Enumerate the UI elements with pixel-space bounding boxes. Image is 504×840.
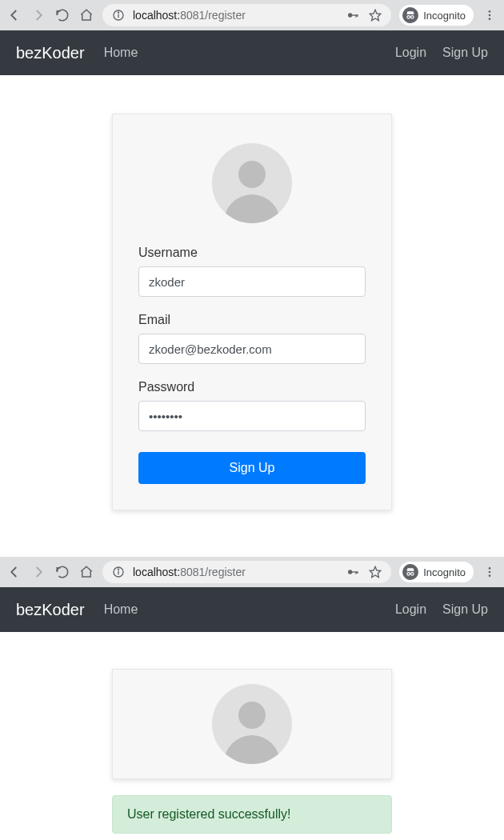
svg-point-8	[407, 16, 410, 18]
avatar-wrap	[138, 684, 366, 764]
email-input[interactable]	[138, 334, 366, 364]
nav-login[interactable]: Login	[395, 46, 426, 60]
password-input[interactable]	[138, 401, 366, 431]
avatar-placeholder-icon	[212, 684, 292, 764]
svg-point-11	[489, 10, 491, 13]
avatar-wrap	[138, 143, 366, 223]
forward-icon[interactable]	[30, 7, 46, 23]
info-icon[interactable]	[110, 7, 126, 23]
reload-icon[interactable]	[54, 7, 70, 23]
incognito-badge[interactable]: Incognito	[399, 562, 474, 582]
avatar-placeholder-icon	[212, 143, 292, 223]
svg-rect-4	[352, 14, 358, 15]
username-input[interactable]	[138, 266, 366, 297]
register-success-card	[112, 669, 392, 779]
nav-signup[interactable]: Sign Up	[442, 46, 488, 60]
svg-point-17	[348, 570, 352, 574]
incognito-label: Incognito	[423, 566, 466, 578]
nav-signup[interactable]: Sign Up	[442, 602, 488, 617]
success-alert: User registered successfully!	[112, 795, 392, 834]
incognito-icon	[402, 564, 418, 580]
app-navbar-1: bezKoder Home Login Sign Up	[0, 30, 504, 75]
svg-point-13	[489, 18, 491, 20]
menu-icon[interactable]	[482, 7, 498, 23]
star-icon[interactable]	[367, 7, 383, 23]
nav-home[interactable]: Home	[104, 602, 138, 617]
svg-point-22	[407, 573, 410, 576]
svg-marker-21	[370, 566, 381, 577]
url-text: localhost:8081/register	[133, 9, 338, 22]
svg-point-16	[118, 569, 118, 570]
browser-toolbar-2: localhost:8081/register Incognito	[0, 557, 504, 587]
app-navbar-2: bezKoder Home Login Sign Up	[0, 587, 504, 632]
key-icon[interactable]	[345, 7, 361, 23]
incognito-badge[interactable]: Incognito	[399, 5, 474, 26]
browser-toolbar-1: localhost:8081/register Incognito	[0, 0, 504, 30]
home-icon[interactable]	[78, 7, 94, 23]
email-label: Email	[138, 313, 366, 327]
incognito-icon	[402, 7, 418, 23]
svg-rect-19	[356, 571, 357, 574]
svg-marker-7	[370, 10, 381, 20]
svg-point-2	[118, 12, 118, 13]
reload-icon[interactable]	[54, 564, 70, 580]
svg-point-3	[348, 13, 352, 17]
nav-home[interactable]: Home	[104, 46, 138, 60]
key-icon[interactable]	[345, 564, 361, 580]
svg-rect-5	[356, 14, 357, 17]
page-content-1: Username Email Password Sign Up	[0, 75, 504, 549]
incognito-label: Incognito	[423, 10, 466, 22]
back-icon[interactable]	[6, 7, 22, 23]
url-text: localhost:8081/register	[133, 566, 338, 578]
brand-logo[interactable]: bezKoder	[16, 44, 85, 62]
nav-login[interactable]: Login	[395, 602, 426, 617]
svg-rect-6	[358, 14, 358, 17]
register-card: Username Email Password Sign Up	[112, 114, 392, 510]
address-bar[interactable]: localhost:8081/register	[102, 561, 391, 583]
back-icon[interactable]	[6, 564, 22, 580]
page-content-2: User registered successfully!	[0, 632, 504, 834]
star-icon[interactable]	[367, 564, 383, 580]
info-icon[interactable]	[110, 564, 126, 580]
home-icon[interactable]	[78, 564, 94, 580]
password-label: Password	[138, 380, 366, 394]
address-bar[interactable]: localhost:8081/register	[102, 4, 391, 26]
brand-logo[interactable]: bezKoder	[16, 601, 85, 619]
forward-icon[interactable]	[30, 564, 46, 580]
svg-rect-18	[352, 571, 358, 572]
svg-point-25	[489, 567, 491, 570]
svg-rect-20	[358, 571, 358, 574]
signup-button[interactable]: Sign Up	[138, 452, 366, 484]
svg-point-9	[411, 16, 414, 18]
menu-icon[interactable]	[482, 564, 498, 580]
svg-point-23	[411, 573, 414, 576]
username-label: Username	[138, 246, 366, 260]
svg-point-26	[489, 571, 491, 574]
svg-point-27	[489, 574, 491, 577]
svg-point-12	[489, 14, 491, 17]
